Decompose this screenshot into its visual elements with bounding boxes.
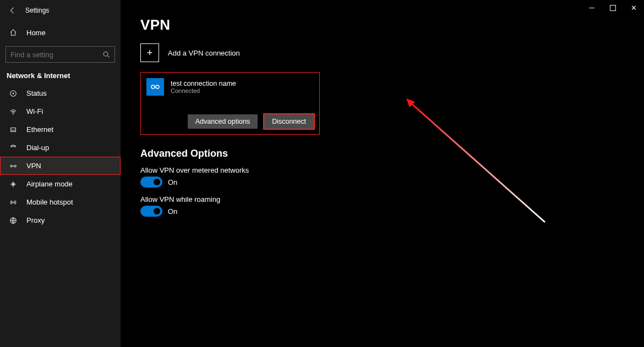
airplane-icon (9, 180, 18, 189)
search-field[interactable] (10, 51, 102, 59)
roaming-toggle-state: On (168, 207, 177, 216)
home-icon (9, 28, 18, 37)
svg-point-9 (151, 85, 155, 89)
vpn-connection-card[interactable]: test connection name Connected Advanced … (140, 72, 320, 135)
window-close-button[interactable]: ✕ (623, 0, 644, 15)
sidebar-item-label: Airplane mode (26, 180, 73, 188)
sidebar-item-proxy[interactable]: Proxy (0, 211, 121, 229)
sidebar-item-status[interactable]: Status (0, 84, 121, 102)
sidebar-item-home[interactable]: Home (0, 23, 121, 42)
wifi-icon (9, 107, 18, 116)
window-maximize-button[interactable] (602, 0, 623, 15)
sidebar-item-airplane[interactable]: Airplane mode (0, 175, 121, 193)
sidebar-item-label: Ethernet (26, 125, 53, 134)
sidebar-group-title: Network & Internet (0, 63, 121, 84)
add-vpn-label: Add a VPN connection (168, 49, 240, 57)
svg-point-2 (13, 93, 14, 94)
roaming-setting-label: Allow VPN while roaming (140, 195, 506, 203)
svg-point-0 (103, 52, 108, 56)
sidebar-item-label: Dial-up (26, 144, 49, 152)
vpn-connection-name: test connection name (171, 80, 236, 87)
sidebar-item-label: Status (26, 89, 47, 97)
window-controls: ✕ (581, 0, 644, 15)
home-label: Home (26, 29, 46, 37)
metered-setting-label: Allow VPN over metered networks (140, 166, 506, 174)
app-title: Settings (25, 7, 49, 14)
advanced-options-button[interactable]: Advanced options (188, 114, 258, 129)
sidebar-item-label: Wi-Fi (26, 107, 43, 115)
sidebar-item-vpn[interactable]: VPN (0, 157, 121, 175)
svg-point-3 (13, 113, 14, 114)
sidebar-item-ethernet[interactable]: Ethernet (0, 120, 121, 139)
sidebar-item-wifi[interactable]: Wi-Fi (0, 102, 121, 120)
status-icon (9, 89, 18, 98)
roaming-toggle[interactable] (140, 206, 162, 217)
plus-icon: + (140, 43, 159, 62)
vpn-icon (9, 162, 18, 170)
svg-point-10 (156, 85, 159, 89)
advanced-options-title: Advanced Options (140, 148, 506, 159)
sidebar-item-label: Proxy (26, 216, 45, 224)
search-input[interactable] (6, 46, 115, 63)
back-arrow-icon[interactable] (9, 7, 17, 14)
metered-toggle[interactable] (140, 177, 162, 188)
titlebar-left: Settings (0, 2, 121, 19)
sidebar: Settings Home Network & Internet Status … (0, 0, 121, 347)
sidebar-item-label: VPN (26, 162, 41, 170)
add-vpn-row[interactable]: + Add a VPN connection (140, 43, 506, 62)
window-minimize-button[interactable] (581, 0, 602, 15)
vpn-connection-icon (146, 78, 164, 96)
sidebar-item-label: Mobile hotspot (26, 198, 73, 206)
sidebar-item-hotspot[interactable]: Mobile hotspot (0, 193, 121, 211)
svg-point-6 (14, 165, 17, 167)
ethernet-icon (9, 125, 18, 134)
disconnect-button[interactable]: Disconnect (264, 114, 314, 129)
search-icon (102, 51, 110, 58)
hotspot-icon (9, 198, 18, 207)
sidebar-item-dialup[interactable]: Dial-up (0, 139, 121, 157)
svg-point-5 (10, 165, 13, 167)
svg-point-7 (13, 201, 14, 202)
proxy-icon (9, 216, 18, 225)
dialup-icon (9, 144, 18, 152)
page-title: VPN (140, 16, 506, 34)
vpn-connection-status: Connected (171, 87, 236, 94)
metered-toggle-state: On (168, 178, 177, 186)
main-area: ✕ VPN + Add a VPN connection test connec… (121, 0, 644, 347)
